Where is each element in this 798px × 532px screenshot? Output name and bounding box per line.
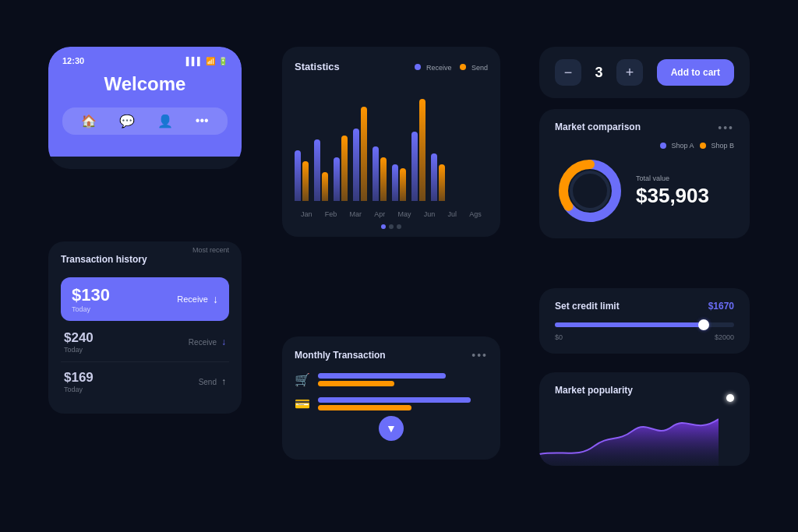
monthly-title: Monthly Transaction — [295, 350, 386, 361]
carousel-dots — [295, 224, 488, 229]
bar-blue — [392, 164, 398, 201]
cart-icon: 🛒 — [295, 372, 310, 387]
card-icon: 💳 — [295, 396, 310, 411]
dot-2 — [389, 224, 394, 229]
legend-dot-send — [460, 64, 466, 70]
bar-fill-orange-1 — [318, 381, 394, 386]
signal-icon: ▌▌▌ — [186, 57, 203, 65]
market-comparison-header: Market comparison ••• — [555, 122, 734, 134]
bar-blue — [431, 153, 437, 201]
nav-more-icon[interactable]: ••• — [196, 114, 209, 129]
quantity-display: 3 — [595, 65, 603, 81]
txn-arrow-icon-1: ↓ — [221, 336, 226, 347]
transaction-title: Transaction history — [61, 254, 147, 265]
market-popularity-widget: Market popularity — [539, 372, 750, 466]
credit-header: Set credit limit $1670 — [555, 301, 734, 312]
bar-month-label: Apr — [374, 210, 385, 218]
bar-month-label: Mar — [350, 210, 362, 218]
market-comparison-body: Total value $35,903 — [555, 156, 734, 226]
nav-home-icon[interactable]: 🏠 — [81, 114, 97, 129]
bar-month-label: May — [398, 210, 411, 218]
svg-point-3 — [571, 172, 609, 210]
credit-limit-widget: Set credit limit $1670 $0 $2000 — [539, 288, 750, 354]
bar-orange — [341, 136, 348, 201]
phone-icons: ▌▌▌ 📶 🔋 — [186, 57, 228, 65]
txn-date-2: Today — [64, 386, 94, 393]
credit-slider-thumb[interactable] — [698, 319, 709, 330]
nav-chat-icon[interactable]: 💬 — [119, 114, 135, 129]
legend-shop-b: Shop B — [700, 142, 734, 150]
bar-group — [353, 107, 367, 201]
highlight-label: Receive — [177, 294, 208, 304]
market-comparison-widget: Market comparison ••• Shop A Shop B — [539, 109, 750, 238]
legend-dot-receive — [415, 64, 421, 70]
market-comparison-title: Market comparison — [555, 122, 641, 134]
scroll-down-button[interactable]: ▼ — [379, 416, 404, 441]
bar-group — [411, 99, 425, 201]
bar-month-label: Jan — [301, 210, 312, 218]
monthly-row-2: 💳 — [295, 396, 488, 411]
credit-value: $1670 — [708, 301, 734, 312]
bar-orange — [380, 157, 387, 201]
credit-title: Set credit limit — [555, 301, 620, 312]
legend-dot-shop-a — [660, 143, 666, 149]
bar-fill-blue-1 — [318, 373, 446, 379]
bar-group — [431, 153, 445, 201]
transaction-subtitle: Most recent — [192, 246, 229, 254]
bar-month-label: Ags — [469, 210, 482, 218]
highlight-arrow-icon: ↓ — [213, 293, 218, 305]
credit-min-label: $0 — [555, 333, 563, 341]
popularity-title: Market popularity — [555, 385, 734, 396]
market-comparison-more-icon[interactable]: ••• — [718, 122, 734, 134]
monthly-transaction-widget: Monthly Transaction ••• 🛒 💳 ▼ — [282, 336, 500, 460]
total-value-label: Total value — [636, 174, 734, 182]
bar-orange — [439, 164, 445, 201]
market-comparison-legend: Shop A Shop B — [555, 142, 734, 150]
increase-qty-button[interactable]: + — [616, 59, 643, 86]
bar-group — [314, 139, 328, 201]
total-value: $35,903 — [636, 184, 734, 208]
phone-welcome-title: Welcome — [62, 73, 228, 95]
highlight-right: Receive ↓ — [177, 293, 218, 305]
highlight-amount: $130 — [72, 285, 110, 305]
phone-header: 12:30 ▌▌▌ 📶 🔋 Welcome 🏠 💬 👤 ••• — [48, 47, 242, 157]
credit-slider-fill — [555, 322, 704, 327]
donut-chart — [555, 156, 625, 226]
legend-label-send: Send — [471, 64, 488, 72]
transaction-widget: Transaction history Most recent $130 Tod… — [48, 241, 242, 414]
bar-orange — [400, 168, 406, 201]
monthly-header: Monthly Transaction ••• — [295, 349, 488, 361]
add-to-cart-button[interactable]: Add to cart — [657, 59, 734, 86]
bar-blue — [295, 150, 301, 201]
monthly-more-icon[interactable]: ••• — [471, 349, 488, 361]
add-to-cart-widget: − 3 + Add to cart — [539, 47, 750, 98]
bar-orange — [322, 172, 328, 201]
table-row: $169 Today Send ↑ — [61, 362, 229, 401]
nav-user-icon[interactable]: 👤 — [157, 114, 173, 129]
bar-blue — [314, 139, 320, 201]
decrease-qty-button[interactable]: − — [555, 59, 581, 86]
stats-title: Statistics — [295, 61, 340, 72]
highlight-date: Today — [72, 305, 110, 313]
legend-label-shop-a: Shop A — [671, 142, 694, 150]
bar-blue — [411, 132, 418, 201]
wifi-icon: 📶 — [206, 57, 215, 65]
phone-nav: 🏠 💬 👤 ••• — [62, 107, 228, 135]
bar-fill-blue-2 — [318, 397, 471, 403]
dot-3 — [397, 224, 401, 229]
transaction-highlight: $130 Today Receive ↓ — [61, 277, 229, 321]
dot-1 — [381, 224, 386, 229]
bar-track-1 — [318, 373, 488, 386]
phone-widget: 12:30 ▌▌▌ 📶 🔋 Welcome 🏠 💬 👤 ••• — [48, 47, 242, 169]
bar-chart — [295, 83, 488, 207]
bar-group — [392, 164, 406, 201]
popularity-dot — [726, 394, 734, 402]
legend-label-shop-b: Shop B — [711, 142, 734, 150]
bar-fill-orange-2 — [318, 405, 411, 410]
bar-track-2 — [318, 397, 488, 410]
bar-orange — [361, 107, 367, 201]
txn-arrow-icon-2: ↑ — [221, 376, 226, 387]
txn-label-1: Receive — [189, 338, 217, 347]
bar-group — [334, 136, 348, 201]
bar-month-label: Feb — [325, 210, 337, 218]
